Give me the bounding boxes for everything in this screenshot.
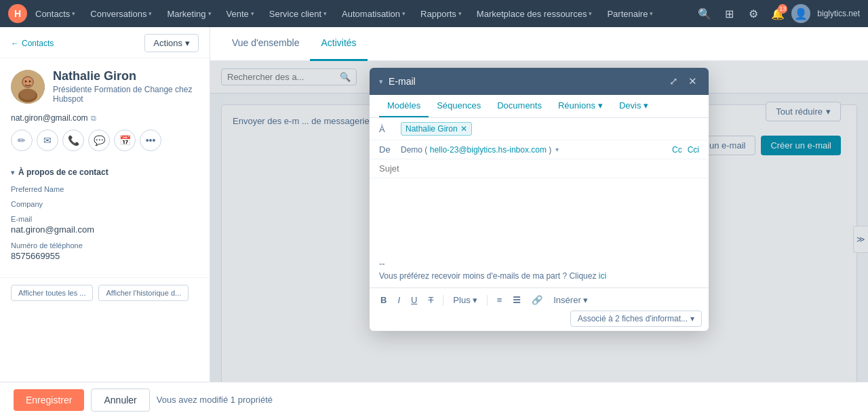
cc-btn[interactable]: Cc xyxy=(672,145,682,155)
chevron-down-icon: ▾ xyxy=(323,10,327,17)
svg-point-6 xyxy=(25,80,27,82)
grid-icon-btn[interactable]: ⊞ xyxy=(718,3,740,24)
main-layout: ← Contacts Actions ▾ xyxy=(0,27,868,417)
contact-avatar xyxy=(11,70,45,104)
strikethrough-btn[interactable]: T xyxy=(424,292,437,308)
unsubscribe-link[interactable]: ici xyxy=(599,271,606,281)
chevron-down-icon: ▾ xyxy=(72,10,75,17)
from-email-link[interactable]: hello-23@biglytics.hs-inbox.com xyxy=(430,145,547,155)
italic-btn[interactable]: I xyxy=(393,292,404,308)
about-header[interactable]: ▾ À propos de ce contact xyxy=(11,162,199,182)
compose-footer-text: Vous préférez recevoir moins d'e-mails d… xyxy=(379,271,699,281)
email-value: nat.giron@gmail.com xyxy=(11,224,199,235)
phone-action-btn[interactable]: 📞 xyxy=(62,130,84,151)
toolbar-divider-1 xyxy=(443,295,443,306)
email-label: E-mail xyxy=(11,215,199,223)
nav-contacts[interactable]: Contacts ▾ xyxy=(28,0,82,27)
show-history-btn[interactable]: Afficher l'historique d... xyxy=(98,285,189,301)
to-value: Nathalie Giron ✕ xyxy=(401,122,699,136)
company-field: Company xyxy=(11,200,199,208)
modal-tab-devis[interactable]: Devis ▾ xyxy=(611,95,657,117)
account-name[interactable]: biglytics.net xyxy=(817,9,860,18)
nav-vente[interactable]: Vente ▾ xyxy=(220,0,261,27)
more-action-btn[interactable]: ••• xyxy=(140,130,161,151)
nav-conversations[interactable]: Conversations ▾ xyxy=(83,0,159,27)
sidebar-footer: Afficher toutes les ... Afficher l'histo… xyxy=(0,277,210,308)
email-action-btn[interactable]: ✉ xyxy=(37,130,58,151)
cancel-button[interactable]: Annuler xyxy=(91,389,149,412)
collapse-icon: ▾ xyxy=(11,169,14,176)
modal-tab-modeles[interactable]: Modèles xyxy=(379,95,429,117)
contact-actions: ✏ ✉ 📞 💬 📅 ••• xyxy=(11,130,161,151)
sidebar-header: ← Contacts Actions ▾ xyxy=(0,27,210,58)
show-all-btn[interactable]: Afficher toutes les ... xyxy=(11,285,93,301)
chevron-down-icon: ▾ xyxy=(583,295,588,305)
company-label: Company xyxy=(11,200,199,208)
top-nav: H Contacts ▾ Conversations ▾ Marketing ▾… xyxy=(0,0,868,27)
underline-btn[interactable]: U xyxy=(407,292,421,308)
about-section: ▾ À propos de ce contact Preferred Name … xyxy=(0,162,210,277)
nav-partenaire[interactable]: Partenaire ▾ xyxy=(600,0,660,27)
compose-separator: -- xyxy=(379,258,699,269)
modal-close-btn[interactable]: ✕ xyxy=(686,75,699,88)
remove-recipient-btn[interactable]: ✕ xyxy=(460,124,467,134)
chevron-down-icon: ▾ xyxy=(402,10,406,17)
settings-icon-btn[interactable]: ⚙ xyxy=(743,3,764,24)
bold-btn[interactable]: B xyxy=(376,292,391,308)
to-label: À xyxy=(379,124,395,134)
nav-marketing[interactable]: Marketing ▾ xyxy=(160,0,218,27)
align-btn[interactable]: ≡ xyxy=(493,292,507,308)
avatar-image xyxy=(11,70,45,104)
cci-btn[interactable]: Cci xyxy=(688,145,699,155)
nav-service[interactable]: Service client ▾ xyxy=(262,0,334,27)
svg-point-8 xyxy=(20,89,36,100)
save-button[interactable]: Enregistrer xyxy=(14,389,84,411)
link-btn[interactable]: 🔗 xyxy=(528,292,547,308)
search-icon-btn[interactable]: 🔍 xyxy=(694,3,715,24)
chevron-down-icon: ▾ xyxy=(473,295,477,305)
user-avatar[interactable]: 👤 xyxy=(791,4,810,23)
modal-toolbar: B I U T Plus ▾ ≡ ☰ 🔗 xyxy=(370,287,709,331)
modal-tab-documents[interactable]: Documents xyxy=(489,95,550,117)
tab-vue-ensemble[interactable]: Vue d'ensemble xyxy=(221,27,310,61)
recipient-tag: Nathalie Giron ✕ xyxy=(401,122,472,136)
calendar-action-btn[interactable]: 📅 xyxy=(114,130,136,151)
edit-action-btn[interactable]: ✏ xyxy=(11,130,33,151)
subject-input[interactable] xyxy=(379,163,699,174)
phone-value: 8575669955 xyxy=(11,251,199,261)
nav-marketplace[interactable]: Marketplace des ressources ▾ xyxy=(470,0,599,27)
insert-btn[interactable]: Insérer ▾ xyxy=(549,292,591,308)
copy-icon[interactable]: ⧉ xyxy=(91,114,96,123)
list-btn[interactable]: ☰ xyxy=(509,292,525,308)
chevron-down-icon: ▾ xyxy=(644,100,648,111)
notifications-icon-btn[interactable]: 🔔 13 xyxy=(767,3,789,24)
chevron-down-icon: ▾ xyxy=(208,10,212,17)
email-field: E-mail nat.giron@gmail.com xyxy=(11,215,199,235)
modal-tab-reunions[interactable]: Réunions ▾ xyxy=(550,95,611,117)
main-tabs-bar: Vue d'ensemble Activités xyxy=(210,27,868,61)
plus-btn[interactable]: Plus ▾ xyxy=(449,292,481,308)
contact-full-name: Nathalie Giron xyxy=(53,69,199,83)
associated-records-btn[interactable]: Associé à 2 fiches d'informat... ▾ xyxy=(570,311,702,327)
contacts-back-link[interactable]: ← Contacts xyxy=(11,39,54,48)
from-label: De xyxy=(379,144,395,155)
chevron-down-icon: ▾ xyxy=(458,10,462,17)
tab-activites[interactable]: Activités xyxy=(310,27,367,61)
modal-minimize-icon[interactable]: ▾ xyxy=(379,77,383,86)
modal-body: À Nathalie Giron ✕ De xyxy=(370,118,709,331)
hubspot-logo[interactable]: H xyxy=(8,4,27,23)
nav-automatisation[interactable]: Automatisation ▾ xyxy=(335,0,412,27)
compose-body[interactable] xyxy=(379,185,699,253)
contact-name-block: Nathalie Giron Présidente Formation de C… xyxy=(53,69,199,104)
from-dropdown-icon[interactable]: ▾ xyxy=(555,146,559,153)
modal-expand-btn[interactable]: ⤢ xyxy=(667,75,680,88)
preferred-name-field: Preferred Name xyxy=(11,185,199,193)
activities-area: 🔍 Activité Notes E-m... Tout xyxy=(210,61,868,417)
phone-field: Numéro de téléphone 8575669955 xyxy=(11,241,199,261)
avatar-face xyxy=(11,70,45,104)
nav-rapports[interactable]: Rapports ▾ xyxy=(414,0,469,27)
modal-tab-sequences[interactable]: Séquences xyxy=(429,95,489,117)
chat-action-btn[interactable]: 💬 xyxy=(88,130,110,151)
back-arrow-icon: ← xyxy=(11,39,19,48)
actions-button[interactable]: Actions ▾ xyxy=(144,34,199,52)
